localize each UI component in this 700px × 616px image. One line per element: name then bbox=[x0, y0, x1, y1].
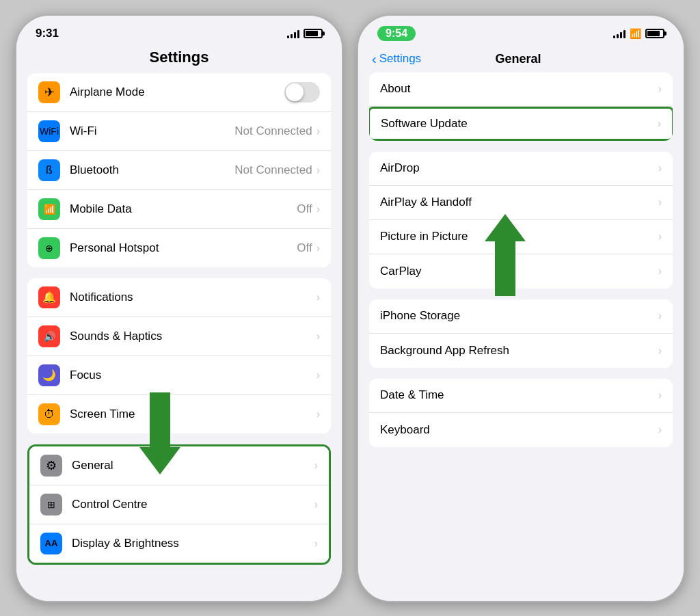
focus-icon: 🌙 bbox=[38, 364, 60, 386]
signal-icon bbox=[287, 29, 299, 38]
hotspot-label: Personal Hotspot bbox=[70, 241, 297, 255]
right-nav-title: General bbox=[421, 52, 615, 66]
bluetooth-chevron: › bbox=[317, 164, 320, 176]
right-time: 9:54 bbox=[377, 26, 416, 41]
general-label: General bbox=[72, 459, 314, 472]
left-nav-title: Settings bbox=[150, 49, 209, 66]
notifications-chevron: › bbox=[317, 291, 320, 304]
software-update-row[interactable]: Software Update › bbox=[369, 107, 673, 141]
about-row[interactable]: About › bbox=[369, 72, 673, 107]
general-chevron: › bbox=[314, 459, 318, 472]
display-label: Display & Brightness bbox=[72, 537, 314, 550]
datetime-chevron: › bbox=[658, 389, 662, 401]
airplane-toggle[interactable] bbox=[284, 82, 320, 103]
airplane-icon: ✈ bbox=[38, 81, 60, 103]
airplay-chevron: › bbox=[658, 196, 662, 209]
mobile-data-icon: 📶 bbox=[38, 198, 60, 220]
keyboard-label: Keyboard bbox=[380, 423, 658, 437]
notifications-row[interactable]: 🔔 Notifications › bbox=[27, 278, 331, 317]
screentime-label: Screen Time bbox=[70, 407, 317, 421]
notifications-label: Notifications bbox=[70, 291, 317, 304]
bluetooth-value: Not Connected bbox=[234, 163, 312, 177]
datetime-label: Date & Time bbox=[380, 388, 658, 402]
wifi-value: Not Connected bbox=[234, 124, 312, 138]
right-nav-bar: ‹ Settings General bbox=[358, 49, 684, 72]
bg-refresh-chevron: › bbox=[658, 345, 662, 357]
display-chevron: › bbox=[314, 537, 318, 550]
focus-label: Focus bbox=[70, 369, 317, 382]
back-chevron-icon: ‹ bbox=[372, 51, 377, 67]
right-status-icons: 📶 bbox=[613, 28, 664, 39]
right-battery-icon bbox=[645, 29, 664, 38]
left-status-bar: 9:31 bbox=[16, 16, 342, 49]
wifi-row[interactable]: WiFi Wi-Fi Not Connected › bbox=[27, 112, 331, 151]
airdrop-chevron: › bbox=[658, 162, 662, 174]
storage-group: iPhone Storage › Background App Refresh … bbox=[369, 299, 673, 368]
about-label: About bbox=[380, 82, 658, 96]
display-row[interactable]: AA Display & Brightness › bbox=[29, 524, 329, 563]
hotspot-value: Off bbox=[297, 241, 312, 255]
right-signal-icon bbox=[613, 29, 625, 38]
mobile-data-row[interactable]: 📶 Mobile Data Off › bbox=[27, 190, 331, 229]
airplane-mode-row[interactable]: ✈ Airplane Mode bbox=[27, 73, 331, 112]
network-group: ✈ Airplane Mode WiFi Wi-Fi Not Connected… bbox=[27, 73, 331, 267]
right-settings-scroll[interactable]: About › Software Update › AirDrop › bbox=[358, 72, 684, 601]
sounds-icon: 🔊 bbox=[38, 325, 60, 347]
focus-row[interactable]: 🌙 Focus › bbox=[27, 356, 331, 395]
right-status-bar: 9:54 📶 bbox=[358, 16, 684, 49]
wifi-chevron: › bbox=[317, 125, 320, 137]
datetime-row[interactable]: Date & Time › bbox=[369, 379, 673, 413]
up-arrow-right bbox=[485, 214, 526, 296]
hotspot-icon: ⊕ bbox=[38, 237, 60, 259]
left-iphone: 9:31 Settings ✈ bbox=[15, 14, 343, 602]
left-status-icons bbox=[287, 29, 323, 38]
airdrop-row[interactable]: AirDrop › bbox=[369, 152, 673, 186]
sounds-row[interactable]: 🔊 Sounds & Haptics › bbox=[27, 317, 331, 356]
wifi-label: Wi-Fi bbox=[70, 124, 234, 138]
bluetooth-label: Bluetooth bbox=[70, 163, 234, 177]
mobile-data-label: Mobile Data bbox=[70, 202, 297, 216]
notifications-icon: 🔔 bbox=[38, 286, 60, 308]
left-time: 9:31 bbox=[36, 27, 59, 40]
keyboard-row[interactable]: Keyboard › bbox=[369, 413, 673, 447]
control-centre-chevron: › bbox=[314, 498, 318, 511]
down-arrow-left bbox=[139, 392, 180, 474]
iphone-storage-label: iPhone Storage bbox=[380, 309, 658, 323]
display-icon: AA bbox=[40, 533, 62, 554]
datetime-group: Date & Time › Keyboard › bbox=[369, 379, 673, 447]
screentime-icon: ⏱ bbox=[38, 403, 60, 425]
iphone-storage-row[interactable]: iPhone Storage › bbox=[369, 299, 673, 334]
iphone-storage-chevron: › bbox=[658, 310, 662, 322]
sounds-label: Sounds & Haptics bbox=[70, 330, 317, 343]
mobile-data-value: Off bbox=[297, 202, 312, 216]
focus-chevron: › bbox=[317, 369, 320, 381]
control-centre-icon: ⊞ bbox=[40, 494, 62, 515]
right-wifi-icon: 📶 bbox=[630, 28, 641, 39]
keyboard-chevron: › bbox=[658, 424, 662, 436]
bluetooth-row[interactable]: ß Bluetooth Not Connected › bbox=[27, 151, 331, 190]
about-chevron: › bbox=[658, 83, 662, 95]
nav-back-button[interactable]: ‹ Settings bbox=[372, 51, 421, 67]
hotspot-chevron: › bbox=[317, 242, 320, 254]
right-iphone: 9:54 📶 ‹ Settings General bbox=[357, 14, 685, 602]
control-centre-label: Control Centre bbox=[72, 498, 314, 511]
left-nav-bar: Settings bbox=[16, 49, 342, 73]
airplane-label: Airplane Mode bbox=[70, 85, 284, 99]
control-centre-row[interactable]: ⊞ Control Centre › bbox=[29, 485, 329, 524]
bluetooth-icon: ß bbox=[38, 159, 60, 181]
mobile-data-chevron: › bbox=[317, 203, 320, 215]
nav-back-label: Settings bbox=[379, 52, 421, 66]
screentime-chevron: › bbox=[317, 408, 320, 420]
battery-icon bbox=[304, 29, 323, 38]
sounds-chevron: › bbox=[317, 330, 320, 343]
bg-refresh-row[interactable]: Background App Refresh › bbox=[369, 334, 673, 368]
airplay-label: AirPlay & Handoff bbox=[380, 196, 658, 209]
bg-refresh-label: Background App Refresh bbox=[380, 344, 658, 358]
hotspot-row[interactable]: ⊕ Personal Hotspot Off › bbox=[27, 229, 331, 267]
system-group: About › Software Update › bbox=[369, 72, 673, 141]
left-settings-scroll[interactable]: ✈ Airplane Mode WiFi Wi-Fi Not Connected… bbox=[16, 73, 342, 601]
pip-chevron: › bbox=[658, 230, 662, 243]
wifi-icon: WiFi bbox=[38, 120, 60, 142]
software-update-chevron: › bbox=[658, 118, 661, 130]
carplay-chevron: › bbox=[658, 265, 662, 278]
